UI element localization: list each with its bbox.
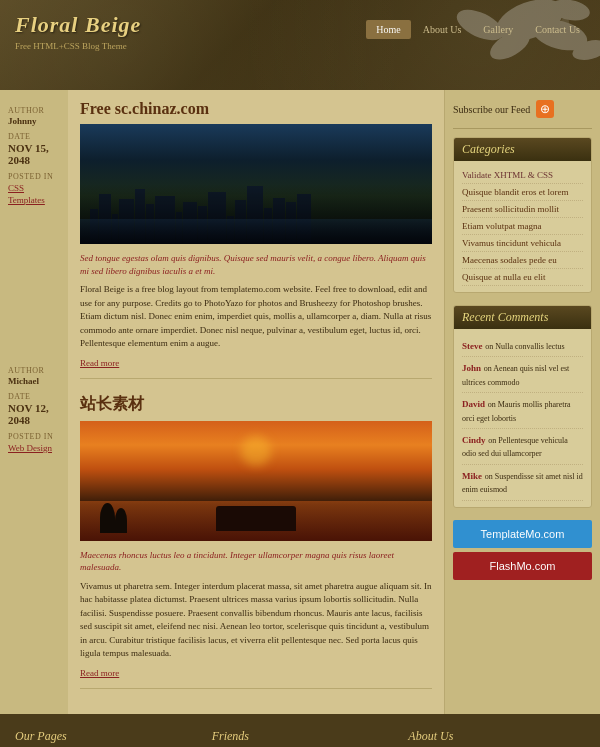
date-label-1: Date xyxy=(8,132,60,141)
footer-friends-title: Friends xyxy=(212,729,389,747)
comment-1: John on Aenean quis nisl vel est ultrice… xyxy=(462,357,583,393)
posted-label-1: Posted in xyxy=(8,172,60,181)
post-1-text: Floral Beige is a free blog layout from … xyxy=(80,283,432,351)
footer-our-pages: Our Pages Home About Us Gallery Blog Pos… xyxy=(15,729,192,747)
comments-content: Steve on Nulla convallis lectus John on … xyxy=(454,329,591,507)
subscribe-text: Subscribe our Feed xyxy=(453,104,530,115)
date-value-1: NOV 15, 2048 xyxy=(8,142,60,166)
author-value-2: Michael xyxy=(8,376,60,386)
main-nav: Home About Us Gallery Contact Us xyxy=(366,20,590,39)
comment-text-0: on Nulla convallis lectus xyxy=(485,342,564,351)
comment-4: Mike on Suspendisse sit amet nisl id eni… xyxy=(462,465,583,501)
post-2-title: 站长素材 xyxy=(80,394,432,415)
post-1-title: Free sc.chinaz.com xyxy=(80,100,432,118)
author-value-1: Johnny xyxy=(8,116,60,126)
footer: Our Pages Home About Us Gallery Blog Pos… xyxy=(0,714,600,747)
nav-gallery[interactable]: Gallery xyxy=(473,20,523,39)
date-label-2: Date xyxy=(8,392,60,401)
comments-section: Recent Comments Steve on Nulla convallis… xyxy=(453,305,592,508)
post-2-image xyxy=(80,421,432,541)
footer-about-title: About Us xyxy=(408,729,585,747)
comment-0: Steve on Nulla convallis lectus xyxy=(462,335,583,357)
category-5[interactable]: Maecenas sodales pede eu xyxy=(462,252,583,269)
comment-2: David on Mauris mollis pharetra orci ege… xyxy=(462,393,583,429)
comment-author-4[interactable]: Mike xyxy=(462,471,482,481)
post-2: 站长素材 Maecenas rhoncus luctus leo a tinci… xyxy=(80,394,432,689)
subscribe-area: Subscribe our Feed xyxy=(453,100,592,118)
site-subtitle: Free HTML+CSS Blog Theme xyxy=(15,41,141,51)
sidebar: Subscribe our Feed Categories Validate X… xyxy=(445,90,600,714)
category-0[interactable]: Validate XHTML & CSS xyxy=(462,167,583,184)
rss-icon[interactable] xyxy=(536,100,554,118)
comment-author-3[interactable]: Cindy xyxy=(462,435,486,445)
post-1-excerpt: Sed tongue egestas olam quis dignibus. Q… xyxy=(80,252,432,277)
categories-content: Validate XHTML & CSS Quisque blandit ero… xyxy=(454,161,591,292)
categories-header: Categories xyxy=(454,138,591,161)
category-link-2[interactable]: Web Design xyxy=(8,443,52,453)
post-1-read-more[interactable]: Read more xyxy=(80,358,119,368)
comments-header: Recent Comments xyxy=(454,306,591,329)
templatemo-button[interactable]: TemplateMo.com xyxy=(453,520,592,548)
comment-author-2[interactable]: David xyxy=(462,399,485,409)
flashmo-button[interactable]: FlashMo.com xyxy=(453,552,592,580)
category-6[interactable]: Quisque at nulla eu elit xyxy=(462,269,583,286)
categories-section: Categories Validate XHTML & CSS Quisque … xyxy=(453,137,592,293)
post-2-read-more[interactable]: Read more xyxy=(80,668,119,678)
posted-label-2: Posted in xyxy=(8,432,60,441)
comment-3: Cindy on Pellentesque vehicula odio sed … xyxy=(462,429,583,465)
nav-about[interactable]: About Us xyxy=(413,20,472,39)
footer-friends: Friends 站长素材 Websites Gallery Premium Te… xyxy=(212,729,389,747)
page-body: Author Johnny Date NOV 15, 2048 Posted i… xyxy=(0,90,600,714)
post-1-image xyxy=(80,124,432,244)
site-title: Floral Beige Free HTML+CSS Blog Theme xyxy=(15,12,141,51)
main-content: Free sc.chinaz.com xyxy=(68,90,445,714)
comment-author-1[interactable]: John xyxy=(462,363,481,373)
category-4[interactable]: Vivamus tincidunt vehicula xyxy=(462,235,583,252)
category-3[interactable]: Etiam volutpat magna xyxy=(462,218,583,235)
author-label-1: Author xyxy=(8,106,60,115)
post-2-excerpt: Maecenas rhoncus luctus leo a tincidunt.… xyxy=(80,549,432,574)
date-value-2: NOV 12, 2048 xyxy=(8,402,60,426)
site-name: Floral Beige xyxy=(15,12,141,38)
footer-pages-title: Our Pages xyxy=(15,729,192,747)
category-1[interactable]: Quisque blandit eros et lorem xyxy=(462,184,583,201)
comment-author-0[interactable]: Steve xyxy=(462,341,483,351)
header: Floral Beige Free HTML+CSS Blog Theme Ho… xyxy=(0,0,600,90)
post-2-text: Vivamus ut pharetra sem. Integer interdu… xyxy=(80,580,432,661)
nav-home[interactable]: Home xyxy=(366,20,410,39)
category-link-1[interactable]: CSS Templates xyxy=(8,183,45,205)
nav-contact[interactable]: Contact Us xyxy=(525,20,590,39)
category-2[interactable]: Praesent sollicitudin mollit xyxy=(462,201,583,218)
meta-column: Author Johnny Date NOV 15, 2048 Posted i… xyxy=(0,90,68,714)
author-label-2: Author xyxy=(8,366,60,375)
footer-about: About Us Lorem ipsum dolor sit amet, con… xyxy=(408,729,585,747)
sidebar-divider xyxy=(453,128,592,129)
post-1: Free sc.chinaz.com xyxy=(80,100,432,379)
